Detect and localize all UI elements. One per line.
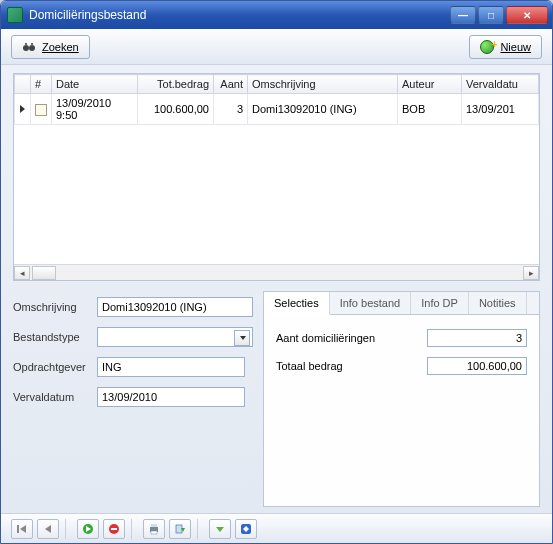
new-icon (480, 40, 494, 54)
label-vervaldatum: Vervaldatum (13, 391, 91, 403)
new-button[interactable]: Nieuw (469, 35, 542, 59)
tab-info-bestand[interactable]: Info bestand (330, 292, 412, 314)
nav-prev-button[interactable] (37, 519, 59, 539)
input-omschrijving[interactable] (97, 297, 253, 317)
col-totbedrag[interactable]: Tot.bedrag (138, 75, 214, 94)
cell-vervaldatum: 13/09/201 (462, 94, 539, 125)
input-vervaldatum[interactable] (97, 387, 245, 407)
select-bestandstype[interactable] (97, 327, 253, 347)
svg-rect-3 (31, 43, 33, 46)
label-opdrachtgever: Opdrachtgever (13, 361, 91, 373)
toolbar: Zoeken Nieuw (1, 29, 552, 65)
cell-totbedrag: 100.600,00 (138, 94, 214, 125)
scroll-thumb[interactable] (32, 266, 56, 280)
down-button[interactable] (209, 519, 231, 539)
label-totaal-bedrag: Totaal bedrag (276, 360, 427, 372)
export-button[interactable] (169, 519, 191, 539)
svg-rect-13 (151, 531, 157, 534)
grid-hscrollbar[interactable]: ◂ ▸ (14, 264, 539, 280)
close-button[interactable]: ✕ (506, 6, 548, 24)
scroll-left-icon[interactable]: ◂ (14, 266, 30, 280)
label-omschrijving: Omschrijving (13, 301, 91, 313)
svg-rect-4 (17, 525, 19, 533)
print-button[interactable] (143, 519, 165, 539)
lower-pane: Omschrijving Bestandstype Opdrachtgever … (13, 291, 540, 507)
search-button-label: Zoeken (42, 41, 79, 53)
window-title: Domiciliëringsbestand (29, 8, 450, 22)
input-opdrachtgever[interactable] (97, 357, 245, 377)
nav-first-button[interactable] (11, 519, 33, 539)
tab-body-selecties: Aant domiciliëringen 3 Totaal bedrag 100… (264, 315, 539, 389)
svg-rect-10 (111, 528, 117, 530)
content-area: # Date Tot.bedrag Aant Omschrijving Aute… (1, 65, 552, 513)
data-grid[interactable]: # Date Tot.bedrag Aant Omschrijving Aute… (13, 73, 540, 281)
tab-selecties[interactable]: Selecties (264, 292, 330, 315)
binoculars-icon (22, 40, 36, 54)
svg-marker-5 (20, 525, 26, 533)
cell-auteur: BOB (398, 94, 462, 125)
go-button[interactable] (77, 519, 99, 539)
col-vervaldatum[interactable]: Vervaldatu (462, 75, 539, 94)
scroll-right-icon[interactable]: ▸ (523, 266, 539, 280)
svg-marker-16 (216, 527, 224, 532)
app-icon (7, 7, 23, 23)
new-button-label: Nieuw (500, 41, 531, 53)
detail-form: Omschrijving Bestandstype Opdrachtgever … (13, 291, 253, 507)
col-num[interactable]: # (31, 75, 52, 94)
value-aant-dom: 3 (427, 329, 527, 347)
titlebar: Domiciliëringsbestand — □ ✕ (1, 1, 552, 29)
tab-notities[interactable]: Notities (469, 292, 527, 314)
label-bestandstype: Bestandstype (13, 331, 91, 343)
grid-header-row: # Date Tot.bedrag Aant Omschrijving Aute… (15, 75, 539, 94)
col-aant[interactable]: Aant (214, 75, 248, 94)
cell-num (31, 94, 52, 125)
svg-rect-14 (176, 525, 182, 533)
app-window: Domiciliëringsbestand — □ ✕ Zoeken Nieuw (0, 0, 553, 544)
row-note-icon (35, 104, 47, 116)
table-row[interactable]: 13/09/2010 9:50 100.600,00 3 Domi1309201… (15, 94, 539, 125)
svg-rect-2 (25, 43, 27, 46)
tab-info-dp[interactable]: Info DP (411, 292, 469, 314)
svg-marker-6 (45, 525, 51, 533)
cell-omschrijving: Domi13092010 (ING) (248, 94, 398, 125)
row-indicator-icon (15, 94, 31, 125)
col-date[interactable]: Date (52, 75, 138, 94)
cell-aant: 3 (214, 94, 248, 125)
bottom-toolbar (1, 513, 552, 543)
tabs-panel: Selecties Info bestand Info DP Notities … (263, 291, 540, 507)
tab-strip: Selecties Info bestand Info DP Notities (264, 292, 539, 315)
minimize-button[interactable]: — (450, 6, 476, 24)
tag-button[interactable] (235, 519, 257, 539)
col-auteur[interactable]: Auteur (398, 75, 462, 94)
value-totaal-bedrag: 100.600,00 (427, 357, 527, 375)
col-omschrijving[interactable]: Omschrijving (248, 75, 398, 94)
cell-date: 13/09/2010 9:50 (52, 94, 138, 125)
label-aant-dom: Aant domiciliëringen (276, 332, 427, 344)
maximize-button[interactable]: □ (478, 6, 504, 24)
svg-rect-12 (151, 524, 157, 527)
search-button[interactable]: Zoeken (11, 35, 90, 59)
stop-button[interactable] (103, 519, 125, 539)
